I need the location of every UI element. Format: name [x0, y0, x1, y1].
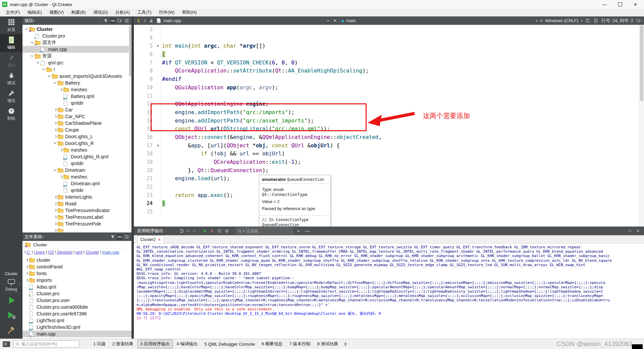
tree-item-item[interactable]: [22, 227, 131, 232]
document-dropdown-chevron-icon[interactable]: ▾: [327, 19, 329, 22]
expand-chevron-icon[interactable]: [24, 258, 29, 262]
file-properties-icon[interactable]: [585, 18, 591, 23]
expand-chevron-icon[interactable]: [24, 278, 29, 283]
tree-item-road[interactable]: Road: [22, 200, 131, 207]
tree-item-meshes[interactable]: meshes: [22, 173, 131, 180]
breadcrumb-link-main-cpp[interactable]: main.cpp: [102, 250, 119, 255]
expand-chevron-icon[interactable]: [53, 221, 58, 226]
menu-视图-v[interactable]: 视图(V): [46, 9, 67, 15]
expand-chevron-icon[interactable]: [53, 208, 58, 213]
output-pane-button-4-编译输出[interactable]: 4 编译输出: [174, 340, 201, 348]
go-forward-icon[interactable]: [143, 19, 147, 23]
tree-item-doorlights-r[interactable]: DoorLights_R: [22, 140, 131, 147]
expand-chevron-icon[interactable]: [53, 121, 58, 126]
code-line-14[interactable]: 14 engine.addImportPath("qrc:/asset_impo…: [134, 117, 639, 125]
tree-item-asset-imports-quick3dassets[interactable]: asset_imports\Quick3DAssets: [22, 73, 131, 80]
close-document-icon[interactable]: ✕: [333, 18, 337, 23]
collapse-chevron-icon[interactable]: [30, 40, 35, 45]
collapse-chevron-icon[interactable]: [30, 54, 35, 58]
expand-chevron-icon[interactable]: [24, 271, 29, 276]
collapse-chevron-icon[interactable]: [36, 60, 41, 65]
tree-item-cluster[interactable]: ⚙Cluster: [22, 26, 131, 33]
code-line-7[interactable]: 7#if QT_VERSION < QT_VERSION_CHECK(6, 0,…: [134, 59, 639, 67]
tree-item-qmldir[interactable]: qmldir: [22, 100, 131, 106]
split-pane-icon[interactable]: [117, 18, 122, 23]
output-pane-button-8-测试结果[interactable]: 8 测试结果: [315, 340, 341, 348]
code-line-6[interactable]: 6{: [134, 50, 639, 59]
collapse-chevron-icon[interactable]: [53, 81, 58, 85]
code-line-22[interactable]: 22: [134, 183, 639, 191]
tree-item-adas-qml[interactable]: qmlAdas.qml: [22, 284, 131, 290]
settings-gear-icon[interactable]: ⚙: [224, 228, 229, 234]
tree-item-item[interactable]: /: [22, 66, 131, 73]
tree-item-cluster-pro-userfe97396[interactable]: Cluster.pro.userfe97396: [22, 310, 131, 317]
menu-分析-a[interactable]: 分析(A): [112, 9, 133, 15]
sidebar-mode-debug[interactable]: 调试: [0, 70, 22, 88]
sidebar-mode-projects[interactable]: 项目: [0, 88, 22, 105]
tree-item-cluster-pro[interactable]: ■Cluster.pro: [22, 290, 131, 297]
sidebar-mode-design[interactable]: 设计: [0, 52, 22, 70]
tree-item-coupe[interactable]: Coupe: [22, 127, 131, 133]
code-line-16[interactable]: 16 QObject::connect(&engine, &QQmlApplic…: [134, 133, 639, 142]
rerun-icon[interactable]: [179, 228, 184, 234]
code-line-4[interactable]: 4: [134, 34, 639, 42]
split-pane-icon[interactable]: [124, 234, 129, 240]
expand-chevron-icon[interactable]: [53, 107, 58, 112]
sync-with-editor-icon[interactable]: [117, 234, 122, 240]
editor-scrollbar[interactable]: [639, 25, 644, 227]
close-pane-icon[interactable]: [124, 18, 129, 23]
tree-item-lighttest-qml[interactable]: qmlLightTest.qml: [22, 317, 131, 324]
expand-chevron-icon[interactable]: [53, 228, 58, 232]
go-back-icon[interactable]: [137, 19, 141, 23]
tree-item-carshadowplane[interactable]: CarShadowPlane: [22, 120, 131, 127]
expand-chevron-icon[interactable]: [53, 134, 58, 139]
build-button[interactable]: [7, 322, 16, 337]
toggle-sidebar-button[interactable]: [3, 341, 10, 347]
fold-marker-icon[interactable]: ▼: [155, 142, 161, 150]
tree-item-main-cpp[interactable]: C+main.cpp: [22, 331, 131, 337]
code-line-15[interactable]: 15 const QUrl url(QStringLiteral("qrc:/m…: [134, 125, 639, 133]
close-button[interactable]: ✕: [634, 2, 637, 7]
expand-chevron-icon[interactable]: [24, 264, 29, 269]
document-outline-icon[interactable]: [593, 18, 599, 23]
open-document-name[interactable]: main.cpp: [163, 18, 181, 23]
sidebar-mode-edit[interactable]: 编辑: [0, 34, 22, 52]
line-ending-chevron-icon[interactable]: ▾: [581, 19, 583, 22]
code-line-5[interactable]: 5▼int main(int argc, char *argv[]): [134, 42, 639, 50]
breadcrumb-link-desktop[interactable]: Desktop: [57, 250, 72, 255]
project-tree-scrollbar[interactable]: [129, 25, 131, 232]
tree-item-doorlights-r-qml[interactable]: qmlDoorLights_R.qml: [22, 153, 131, 160]
expand-chevron-icon[interactable]: [59, 174, 63, 179]
zoom-in-icon[interactable]: ＋: [294, 229, 302, 233]
breadcrumb-link-c[interactable]: C:: [26, 250, 31, 255]
maximize-button[interactable]: [618, 2, 622, 6]
filter-options-chevron-icon[interactable]: ▾: [243, 229, 245, 233]
code-line-18[interactable]: 18 if (!obj && url == objUrl): [134, 150, 639, 158]
tree-item-lighttestview3d-qml[interactable]: qmlLightTestView3D.qml: [22, 324, 131, 331]
tree-item-qml-qrc[interactable]: ●qml.qrc: [22, 59, 131, 66]
tree-item-battery-qml[interactable]: qmlBattery.qml: [22, 93, 131, 100]
output-panes-menu-icon[interactable]: ⇕: [343, 342, 347, 347]
tree-item-cluster-pro-user[interactable]: Cluster.pro.user: [22, 297, 131, 304]
breadcrumb-link-qz[interactable]: QZ: [48, 250, 54, 255]
code-line-17[interactable]: 17▼ &app, [url](QObject *obj, const QUrl…: [134, 142, 639, 150]
tree-item-drivetrain[interactable]: Drivetrain: [22, 167, 131, 173]
menu-文件-f[interactable]: 文件(F): [2, 9, 24, 15]
close-output-pane-icon[interactable]: ✕: [635, 228, 641, 234]
kit-selector[interactable]: Debug ˄˅: [2, 278, 21, 293]
output-tab-cluster2[interactable]: Cluster2 ✕: [137, 236, 164, 243]
kill-process-icon[interactable]: [217, 228, 222, 234]
menu-编辑-e[interactable]: 编辑(E): [24, 9, 46, 15]
code-line-21[interactable]: 21 engine.load(url);: [134, 174, 639, 183]
tree-item-qmldir[interactable]: qmldir: [22, 187, 131, 194]
stop-icon[interactable]: [209, 228, 215, 234]
code-line-11[interactable]: 11: [134, 92, 639, 100]
code-line-23[interactable]: 23 return app.exec();: [134, 191, 639, 200]
code-line-19[interactable]: 19 QCoreApplication::exit(-1);: [134, 158, 639, 166]
collapse-chevron-icon[interactable]: [24, 27, 29, 32]
menu-构建-b[interactable]: 构建(B): [67, 9, 89, 15]
tree-item-main-cpp[interactable]: C+main.cpp: [22, 46, 131, 53]
output-pane-button-3-应用程序输出[interactable]: 3 应用程序输出: [138, 340, 173, 348]
line-ending-selector[interactable]: Windows (CRLF): [545, 18, 578, 23]
tree-item-fonts[interactable]: fonts: [22, 270, 131, 277]
